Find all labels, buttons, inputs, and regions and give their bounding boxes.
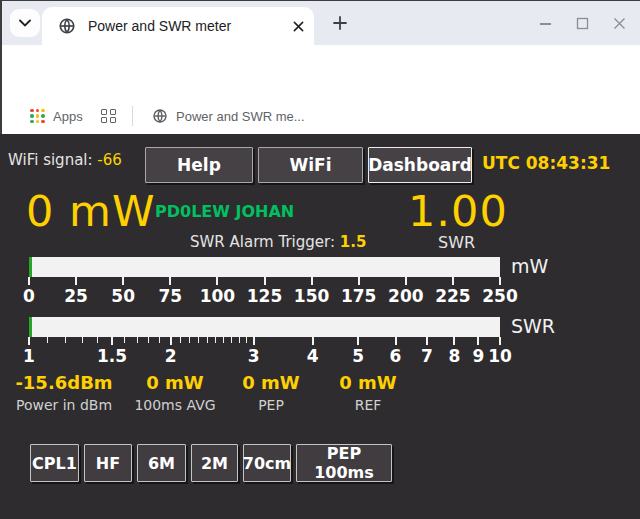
- window-minimize-button[interactable]: [539, 17, 552, 30]
- power-swr-meter-page: WiFi signal: -66 HelpWiFiDashboard UTC 0…: [0, 134, 640, 519]
- wifi-signal-value: -66: [97, 151, 122, 169]
- meter-fill: [29, 257, 32, 277]
- band-button-2m[interactable]: 2M: [191, 444, 238, 482]
- meter-tick: [253, 337, 255, 345]
- meter-tick: [189, 337, 190, 343]
- nav-button-help[interactable]: Help: [145, 147, 253, 183]
- meter-tick: [159, 337, 160, 343]
- meter-tick: [426, 337, 428, 345]
- swr-alarm-value: 1.5: [340, 233, 367, 251]
- tab-title: Power and SWR meter: [88, 18, 293, 34]
- meter-tick-label: 50: [111, 286, 135, 306]
- meter-tick: [358, 277, 360, 285]
- meter-tick-label: 125: [247, 286, 283, 306]
- bookmarks-separator: [132, 106, 133, 126]
- readout-ref: 0 mWREF: [339, 372, 396, 413]
- meter-tick: [477, 337, 479, 345]
- nav-button-wifi[interactable]: WiFi: [258, 147, 363, 183]
- meter-tick: [453, 337, 455, 345]
- meter-tick: [28, 337, 30, 345]
- band-button-hf[interactable]: HF: [84, 444, 132, 482]
- meter-tick-label: 8: [448, 346, 460, 366]
- meter-tick-label: 10: [488, 346, 512, 366]
- page-nav-buttons: HelpWiFiDashboard: [145, 147, 477, 183]
- swr-alarm-label: SWR Alarm Trigger:: [190, 233, 340, 251]
- meter-tick-label: 250: [482, 286, 518, 306]
- apps-shortcut[interactable]: Apps: [30, 104, 83, 128]
- meter-tick-label: 1.5: [97, 346, 127, 366]
- band-button-6m[interactable]: 6M: [137, 444, 186, 482]
- reading-list-button[interactable]: [101, 104, 116, 128]
- meter-tick-label: 225: [435, 286, 471, 306]
- tab-search-button[interactable]: [10, 9, 40, 37]
- meter-tick-label: 1: [23, 346, 35, 366]
- readout-value: 0 mW: [339, 372, 396, 393]
- new-tab-button[interactable]: [328, 11, 352, 35]
- readout-pep: 0 mWPEP: [242, 372, 299, 413]
- readout-power-in-dbm: -15.6dBmPower in dBm: [15, 372, 112, 413]
- bookmark-label: Power and SWR me...: [176, 109, 305, 124]
- meter-tick: [357, 337, 359, 345]
- window-close-button[interactable]: [613, 17, 626, 30]
- readout-caption: PEP: [242, 397, 299, 413]
- meter-tick: [122, 277, 124, 285]
- meter-tick-label: 4: [307, 346, 319, 366]
- swr-caption: SWR: [438, 233, 475, 252]
- band-button-cpl1[interactable]: CPL1: [30, 444, 79, 482]
- meter-tick-label: 9: [473, 346, 485, 366]
- nav-button-dashboard[interactable]: Dashboard: [368, 147, 472, 183]
- meter-tick: [231, 337, 232, 343]
- meter-tick: [312, 337, 314, 345]
- band-buttons-row: CPL1HF6M2M70cmPEP 100ms: [30, 444, 397, 482]
- readout-caption: REF: [339, 397, 396, 413]
- meter-tick: [97, 337, 98, 343]
- browser-toolbar: Not secure powermeter.local: [2, 45, 640, 97]
- meter-tick: [124, 337, 125, 343]
- meter-tick: [311, 277, 313, 285]
- meter-tick: [215, 337, 216, 343]
- active-tab[interactable]: Power and SWR meter: [42, 7, 314, 45]
- meter-tick-label: 0: [23, 286, 35, 306]
- browser-chrome: Power and SWR meter: [0, 0, 640, 134]
- meter-tick: [111, 337, 113, 345]
- apps-label: Apps: [53, 109, 83, 124]
- squares-grid-icon: [101, 109, 116, 124]
- band-button-pep-100ms[interactable]: PEP 100ms: [296, 444, 392, 482]
- meter-tick: [246, 337, 247, 343]
- meter-tick: [499, 337, 501, 345]
- swr-main-value: 1.00: [408, 186, 508, 236]
- tab-strip: Power and SWR meter: [2, 1, 640, 45]
- bookmark-item[interactable]: Power and SWR me...: [152, 104, 305, 128]
- minimize-icon: [539, 17, 552, 30]
- tab-close-button[interactable]: [293, 21, 304, 32]
- close-icon: [613, 17, 626, 30]
- swr-alarm-trigger: SWR Alarm Trigger: 1.5: [190, 233, 366, 251]
- globe-favicon-icon: [58, 17, 76, 35]
- wifi-signal-label: WiFi signal:: [8, 151, 97, 169]
- meter-tick: [223, 337, 224, 343]
- callsign: PD0LEW JOHAN: [155, 202, 294, 221]
- meter-tick: [28, 277, 30, 285]
- power-main-value: 0 mW: [26, 186, 155, 236]
- meter-tick-label: 25: [64, 286, 88, 306]
- plus-icon: [333, 16, 347, 30]
- meter-tick-label: 3: [248, 346, 260, 366]
- meter-tick: [239, 337, 240, 343]
- browser-window: Power and SWR meter: [0, 0, 640, 519]
- band-button-70cm[interactable]: 70cm: [243, 444, 291, 482]
- readout-100ms-avg: 0 mW100ms AVG: [134, 372, 215, 413]
- meter-tick: [452, 277, 454, 285]
- meter-tick-label: 2: [165, 346, 177, 366]
- meter-tick: [75, 277, 77, 285]
- meter-tick: [180, 337, 181, 343]
- readout-value: 0 mW: [242, 372, 299, 393]
- readout-caption: 100ms AVG: [134, 397, 215, 413]
- utc-clock: UTC 08:43:31: [482, 153, 610, 173]
- window-maximize-button[interactable]: [576, 17, 589, 30]
- bookmarks-bar: Apps Power and SWR me...: [2, 97, 640, 135]
- meter-tick-label: 75: [158, 286, 182, 306]
- meter-tick: [264, 277, 266, 285]
- meter-tick-label: 7: [421, 346, 433, 366]
- readout-value: 0 mW: [134, 372, 215, 393]
- meter-track: [29, 257, 500, 277]
